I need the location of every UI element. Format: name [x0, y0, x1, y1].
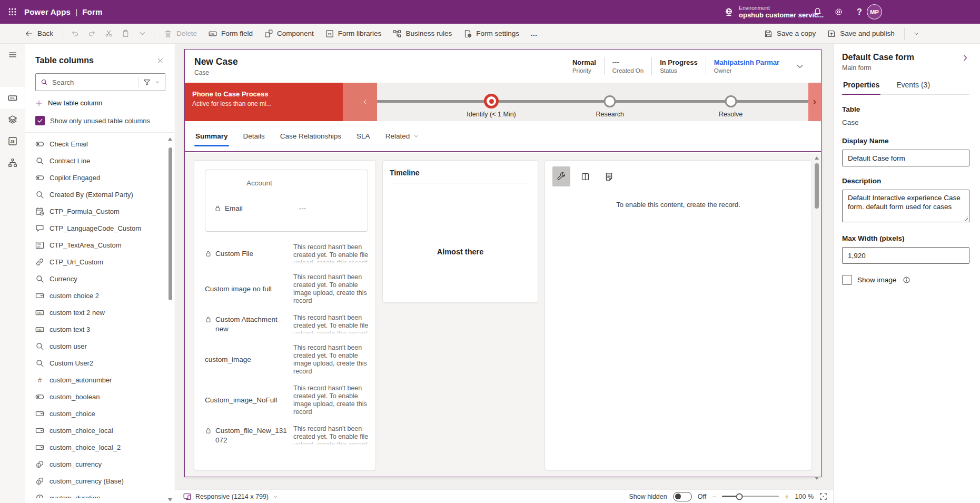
checkbox-unchecked[interactable]: [842, 275, 852, 285]
table-column-item[interactable]: custom_choice_local: [35, 422, 167, 439]
scroll-up-arrow[interactable]: [815, 156, 819, 160]
table-column-item[interactable]: Currency: [35, 270, 167, 287]
table-column-item[interactable]: CTP_Url_Custom: [35, 253, 167, 270]
rail-item-menu[interactable]: [0, 44, 25, 65]
table-column-item[interactable]: #custom_autonumber: [35, 371, 167, 388]
show-hidden-toggle[interactable]: [673, 492, 692, 501]
form-tab-summary[interactable]: Summary: [195, 130, 229, 143]
table-column-item[interactable]: custom choice 2: [35, 287, 167, 304]
header-expand-chevron[interactable]: [796, 62, 804, 71]
canvas-scrollbar[interactable]: [813, 155, 820, 481]
zoom-slider[interactable]: [722, 496, 779, 497]
zoom-slider-knob[interactable]: [736, 493, 743, 500]
max-width-input[interactable]: [842, 247, 969, 264]
table-column-item[interactable]: Check Email: [35, 135, 167, 152]
table-column-item[interactable]: Copilot Engaged: [35, 169, 167, 186]
save-a-copy-button[interactable]: Save a copy: [758, 26, 821, 42]
tools-tab-button[interactable]: [552, 166, 570, 186]
forms-tab-button[interactable]: [600, 166, 618, 186]
undo-button[interactable]: [67, 26, 83, 42]
form-libraries-button[interactable]: JSForm libraries: [320, 26, 388, 42]
bpf-stage[interactable]: Identify (< 1 Min): [484, 83, 499, 109]
paste-button[interactable]: [117, 26, 133, 42]
table-column-item[interactable]: custom_boolean: [35, 388, 167, 405]
table-column-item[interactable]: Abccustom text 3: [35, 321, 167, 338]
rail-item-form-libraries[interactable]: JS: [0, 130, 25, 152]
rail-item-components[interactable]: [0, 65, 25, 87]
fit-to-screen-icon[interactable]: [819, 492, 827, 500]
rail-item-table-columns[interactable]: Abc: [0, 87, 25, 109]
show-image-checkbox-row[interactable]: Show image: [842, 275, 969, 285]
bpf-stage[interactable]: Resolve: [725, 83, 737, 107]
table-column-item[interactable]: $custom_currency (Base): [35, 472, 167, 489]
scroll-up-arrow[interactable]: [168, 137, 172, 141]
info-icon[interactable]: [903, 276, 910, 284]
display-name-input[interactable]: [842, 150, 969, 166]
timeline-section[interactable]: Timeline Almost there: [382, 160, 538, 303]
rail-item-layers[interactable]: [0, 109, 25, 130]
show-unused-checkbox-row[interactable]: Show only unused table columns: [35, 116, 164, 125]
table-column-item[interactable]: CTP_Formula_Custom: [35, 203, 167, 220]
description-textarea[interactable]: Default Interactive experience Case form…: [842, 190, 969, 222]
scrollbar-thumb[interactable]: [815, 163, 819, 209]
close-panel-button[interactable]: [154, 54, 166, 67]
form-tab-sla[interactable]: SLA: [356, 130, 371, 143]
form-tab-details[interactable]: Details: [243, 130, 265, 143]
scroll-down-arrow[interactable]: [815, 477, 819, 480]
properties-tab-events-3-[interactable]: Events (3): [895, 81, 931, 94]
bpf-process-box[interactable]: Phone to Case Process Active for less th…: [185, 83, 343, 121]
form-field-row[interactable]: Custom image no fullThis record hasn't b…: [205, 273, 369, 305]
save-options-chevron[interactable]: [908, 26, 924, 42]
form-field-row[interactable]: Custom_image_NoFullThis record hasn't be…: [205, 384, 369, 416]
bpf-collapse-button[interactable]: [343, 83, 377, 121]
rail-item-table-relationships[interactable]: [0, 152, 25, 173]
help-button[interactable]: ?: [851, 4, 868, 21]
form-field-row[interactable]: Custom FileThis record hasn't been creat…: [205, 243, 369, 264]
back-button[interactable]: Back: [19, 26, 59, 42]
form-preview[interactable]: New Case Case NormalPriority---Created O…: [184, 49, 821, 477]
form-tab-related[interactable]: Related: [385, 130, 420, 143]
avatar[interactable]: MP: [867, 4, 882, 19]
email-field-row[interactable]: Email ---: [205, 204, 368, 212]
header-field-value[interactable]: Mahipatsinh Parmar: [714, 58, 779, 66]
form-field-row[interactable]: Custom Attachment newThis record hasn't …: [205, 314, 369, 335]
form-header[interactable]: New Case Case NormalPriority---Created O…: [185, 50, 821, 83]
device-preview-selector[interactable]: Responsive (1214 x 799): [183, 492, 278, 500]
account-section[interactable]: Account Email ---: [205, 170, 368, 232]
form-field-button[interactable]: AbcForm field: [203, 26, 259, 42]
table-column-item[interactable]: AbcdefCTP_TextArea_Custom: [35, 236, 167, 253]
zoom-in-button[interactable]: +: [785, 492, 789, 501]
bpf-stage[interactable]: Research: [604, 83, 616, 107]
table-column-item[interactable]: custom user: [35, 338, 167, 354]
chev-down-button[interactable]: [134, 26, 150, 42]
form-field-row[interactable]: Custom_file_New_131072This record hasn't…: [205, 425, 369, 446]
table-column-item[interactable]: $custom_currency: [35, 456, 167, 472]
table-column-item[interactable]: custom_duration: [35, 489, 167, 498]
zoom-out-button[interactable]: −: [712, 492, 716, 501]
summary-left-section[interactable]: Account Email --- Custom FileThis record…: [194, 160, 376, 470]
checkbox-checked[interactable]: [35, 116, 45, 125]
filter-icon[interactable]: [143, 78, 151, 86]
related-content-section[interactable]: To enable this content, create the recor…: [545, 160, 812, 470]
new-table-column-button[interactable]: New table column: [35, 99, 164, 107]
delete-button[interactable]: Delete: [158, 26, 203, 42]
form-settings-button[interactable]: Form settings: [458, 26, 525, 42]
table-column-item[interactable]: custom_choice: [35, 405, 167, 422]
table-column-item[interactable]: custom_choice_local_2: [35, 439, 167, 456]
table-column-item[interactable]: CTP_LanguageCode_Custom: [35, 220, 167, 236]
table-column-item[interactable]: Created By (External Party): [35, 186, 167, 203]
notifications-button[interactable]: [809, 4, 826, 21]
bpf-next-stage-button[interactable]: [808, 83, 821, 121]
knowledge-tab-button[interactable]: [576, 166, 594, 186]
table-column-item[interactable]: Abccustom text 2 new: [35, 304, 167, 321]
chevron-down-icon[interactable]: [155, 80, 160, 85]
collapse-panel-chevron[interactable]: [961, 54, 969, 62]
business-rules-button[interactable]: Business rules: [387, 26, 458, 42]
settings-button[interactable]: [830, 4, 847, 21]
save-and-publish-button[interactable]: Save and publish: [821, 26, 900, 42]
table-column-item[interactable]: Contract Line: [35, 152, 167, 169]
panel-scrollbar[interactable]: [167, 136, 173, 502]
redo-button[interactable]: [84, 26, 100, 42]
more-commands-button[interactable]: …: [525, 26, 543, 42]
scrollbar-thumb[interactable]: [169, 147, 172, 300]
